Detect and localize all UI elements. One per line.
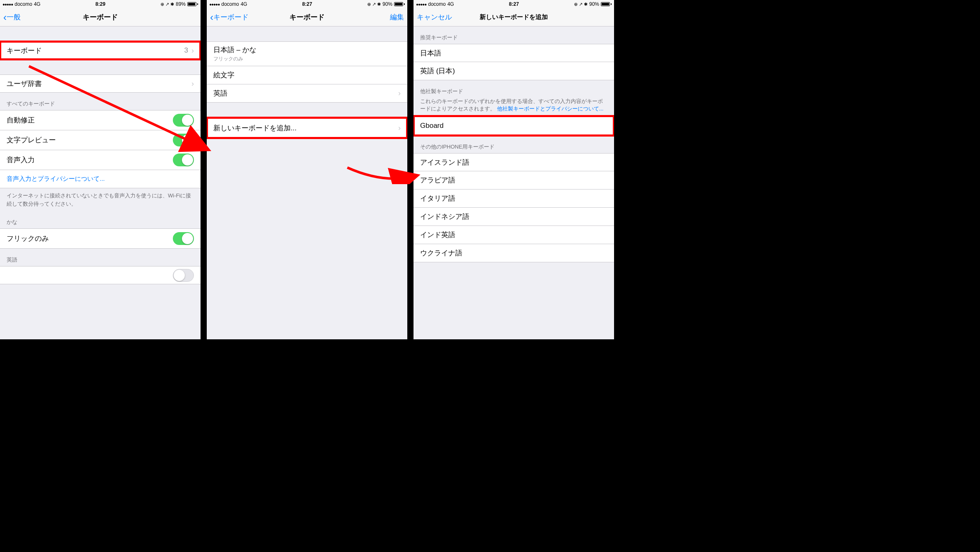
header-all-keyboards: すべてのキーボード (0, 93, 201, 110)
row-char-preview-label: 文字プレビュー (7, 135, 56, 145)
row-keyboard-english[interactable]: 英語 › (207, 84, 407, 103)
row-lang-iceland[interactable]: アイスランド語 (414, 153, 614, 171)
chevron-right-icon: › (398, 89, 401, 98)
row-dictation[interactable]: 音声入力 (0, 150, 201, 170)
screen-keyboard-list: ●●●●● docomo 4G 8:27 ⊕ ↗ ✱ 90% ‹ キーボード キ… (207, 0, 407, 339)
row-gboard[interactable]: Gboard (414, 116, 614, 136)
row-add-new-keyboard-label: 新しいキーボードを追加... (213, 123, 296, 133)
network-label: 4G (447, 1, 454, 7)
canvas: ●●●●● docomo 4G 8:29 ⊕ ↗ ✱ 89% ‹ 一般 キーボー… (0, 0, 980, 552)
link-dictation-privacy[interactable]: 音声入力とプライバシーについて... (0, 170, 201, 188)
row-lang-hindi-english[interactable]: インド英語 (414, 226, 614, 244)
switch-flick-only[interactable] (173, 232, 194, 245)
nav-cancel-button[interactable]: キャンセル (417, 12, 452, 22)
screen-keyboard-settings: ●●●●● docomo 4G 8:29 ⊕ ↗ ✱ 89% ‹ 一般 キーボー… (0, 0, 201, 339)
row-user-dictionary-label: ユーザ辞書 (7, 79, 42, 89)
row-auto-correct-label: 自動修正 (7, 115, 35, 125)
row-dictation-label: 音声入力 (7, 155, 35, 165)
signal-dots-icon: ●●●●● (2, 2, 13, 7)
chevron-left-icon: ‹ (3, 12, 7, 23)
nav-title: キーボード (83, 12, 118, 22)
switch-char-preview[interactable] (173, 134, 194, 146)
nav-back-button[interactable]: ‹ キーボード (210, 12, 249, 23)
row-gboard-label: Gboard (420, 122, 444, 130)
network-label: 4G (241, 1, 247, 7)
nav-bar: ‹ キーボード キーボード 編集 (207, 8, 407, 26)
row-lang-arabic[interactable]: アラビア語 (414, 171, 614, 190)
row-recommended-japanese-label: 日本語 (420, 48, 441, 58)
row-keyboard-japanese-sub: フリックのみ (213, 55, 401, 62)
row-keyboard-japanese-label: 日本語 – かな (213, 45, 401, 55)
header-kana: かな (0, 215, 201, 228)
network-label: 4G (34, 1, 41, 7)
row-add-new-keyboard[interactable]: 新しいキーボードを追加... › (207, 118, 407, 138)
row-lang-ukrainian[interactable]: ウクライナ語 (414, 244, 614, 262)
row-flick-only[interactable]: フリックのみ (0, 228, 201, 249)
status-time: 8:27 (302, 1, 312, 7)
nav-bar: ‹ 一般 キーボード (0, 8, 201, 26)
header-thirdparty: 他社製キーボード (414, 80, 614, 98)
screen-add-keyboard: ●●●●● docomo 4G 8:27 ⊕ ↗ ✱ 90% キャンセル 新しい… (414, 0, 614, 339)
row-english-cutoff[interactable] (0, 266, 201, 284)
switch-english-cutoff[interactable] (173, 269, 194, 282)
link-thirdparty-privacy[interactable]: 他社製キーボードとプライバシーについて... (497, 106, 604, 112)
row-lang-indonesian-label: インドネシア語 (420, 212, 469, 221)
nav-title: 新しいキーボードを追加 (480, 13, 548, 21)
header-english: 英語 (0, 249, 201, 266)
row-auto-correct[interactable]: 自動修正 (0, 110, 201, 130)
row-keyboards[interactable]: キーボード 3 › (0, 41, 201, 60)
status-bar: ●●●●● docomo 4G 8:27 ⊕ ↗ ✱ 90% (414, 0, 614, 8)
row-keyboard-emoji-label: 絵文字 (213, 70, 234, 80)
row-user-dictionary[interactable]: ユーザ辞書 › (0, 74, 201, 93)
status-bar: ●●●●● docomo 4G 8:27 ⊕ ↗ ✱ 90% (207, 0, 407, 8)
row-lang-indonesian[interactable]: インドネシア語 (414, 208, 614, 226)
header-recommended: 推奨キーボード (414, 26, 614, 44)
switch-auto-correct[interactable] (173, 114, 194, 127)
row-keyboard-english-label: 英語 (213, 89, 227, 98)
chevron-right-icon: › (191, 79, 194, 88)
battery-percent: 90% (589, 1, 599, 7)
carrier-label: docomo (221, 1, 239, 7)
row-lang-arabic-label: アラビア語 (420, 175, 455, 185)
row-lang-iceland-label: アイスランド語 (420, 158, 469, 167)
battery-icon (601, 2, 612, 6)
chevron-right-icon: › (191, 46, 194, 55)
nav-bar: キャンセル 新しいキーボードを追加 (414, 8, 614, 26)
status-bar: ●●●●● docomo 4G 8:29 ⊕ ↗ ✱ 89% (0, 0, 201, 8)
nav-title: キーボード (289, 12, 325, 22)
row-keyboards-count: 3 (184, 46, 188, 55)
row-keyboards-label: キーボード (7, 46, 42, 55)
row-lang-hindi-english-label: インド英語 (420, 230, 455, 240)
switch-dictation[interactable] (173, 154, 194, 166)
battery-icon (187, 2, 198, 6)
nav-back-button[interactable]: ‹ 一般 (3, 12, 21, 23)
row-lang-italian-label: イタリア語 (420, 194, 455, 203)
chevron-right-icon: › (398, 124, 401, 132)
carrier-label: docomo (428, 1, 446, 7)
battery-percent: 90% (382, 1, 392, 7)
nav-back-label: キーボード (213, 12, 249, 22)
row-recommended-japanese[interactable]: 日本語 (414, 44, 614, 62)
header-other-iphone: その他のIPHONE用キーボード (414, 136, 614, 153)
status-icons: ⊕ ↗ ✱ (367, 2, 381, 7)
row-keyboard-japanese[interactable]: 日本語 – かな フリックのみ (207, 41, 407, 66)
signal-dots-icon: ●●●●● (209, 2, 220, 7)
nav-edit-button[interactable]: 編集 (390, 12, 404, 22)
footer-thirdparty: これらのキーボードのいずれかを使用する場合、すべての入力内容がキーボードによりア… (414, 98, 614, 116)
chevron-left-icon: ‹ (210, 12, 213, 23)
battery-icon (394, 2, 405, 6)
status-time: 8:27 (509, 1, 519, 7)
row-keyboard-emoji[interactable]: 絵文字 (207, 66, 407, 84)
status-icons: ⊕ ↗ ✱ (574, 2, 588, 7)
nav-back-label: 一般 (7, 12, 21, 22)
row-recommended-english[interactable]: 英語 (日本) (414, 62, 614, 80)
battery-percent: 89% (176, 1, 186, 7)
row-char-preview[interactable]: 文字プレビュー (0, 130, 201, 150)
signal-dots-icon: ●●●●● (416, 2, 426, 7)
row-lang-italian[interactable]: イタリア語 (414, 190, 614, 208)
status-time: 8:29 (96, 1, 105, 7)
carrier-label: docomo (14, 1, 32, 7)
row-lang-ukrainian-label: ウクライナ語 (420, 248, 462, 258)
status-icons: ⊕ ↗ ✱ (160, 2, 174, 7)
row-flick-only-label: フリックのみ (7, 234, 49, 243)
